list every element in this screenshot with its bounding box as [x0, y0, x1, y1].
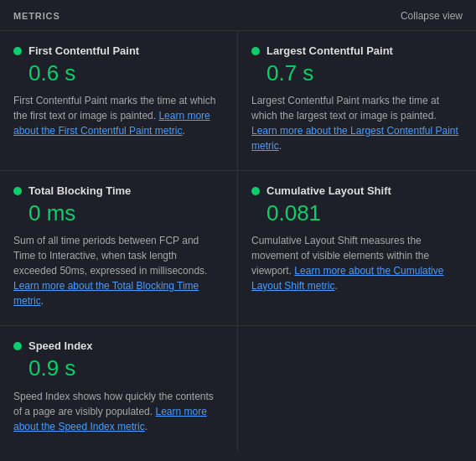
lcp-status-dot [251, 47, 260, 55]
cls-value: 0.081 [266, 200, 459, 226]
lcp-desc-text: Largest Contentful Paint marks the time … [251, 95, 439, 122]
collapse-button[interactable]: Collapse view [401, 10, 463, 22]
cls-name: Cumulative Layout Shift [266, 184, 391, 197]
metric-card-tbt: Total Blocking Time 0 ms Sum of all time… [0, 171, 238, 326]
metric-card-fcp: First Contentful Paint 0.6 s First Conte… [0, 31, 238, 171]
fcp-description: First Contentful Paint marks the time at… [13, 93, 220, 138]
bottom-section: Speed Index 0.9 s Speed Index shows how … [0, 326, 476, 450]
tbt-name: Total Blocking Time [28, 184, 131, 197]
si-value: 0.9 s [28, 355, 220, 381]
tbt-status-dot [13, 187, 22, 195]
si-status-dot [13, 342, 22, 350]
metrics-title: METRICS [13, 11, 60, 21]
metric-card-cls: Cumulative Layout Shift 0.081 Cumulative… [238, 171, 476, 326]
lcp-header: Largest Contentful Paint [251, 44, 459, 57]
metric-card-lcp: Largest Contentful Paint 0.7 s Largest C… [238, 31, 476, 171]
si-header: Speed Index [13, 339, 220, 352]
cls-header: Cumulative Layout Shift [251, 184, 459, 197]
lcp-link[interactable]: Learn more about the Largest Contentful … [251, 125, 458, 152]
metrics-grid: First Contentful Paint 0.6 s First Conte… [0, 31, 476, 326]
fcp-value: 0.6 s [28, 60, 220, 86]
tbt-desc-text: Sum of all time periods between FCP and … [13, 235, 207, 277]
lcp-name: Largest Contentful Paint [266, 44, 393, 57]
tbt-description: Sum of all time periods between FCP and … [13, 233, 220, 308]
empty-cell [238, 326, 476, 450]
si-name: Speed Index [28, 339, 93, 352]
metric-card-si: Speed Index 0.9 s Speed Index shows how … [0, 326, 238, 450]
fcp-status-dot [13, 47, 22, 55]
fcp-header: First Contentful Paint [13, 44, 220, 57]
si-description: Speed Index shows how quickly the conten… [13, 389, 220, 434]
lcp-value: 0.7 s [266, 60, 459, 86]
cls-status-dot [251, 187, 260, 195]
cls-description: Cumulative Layout Shift measures the mov… [251, 233, 459, 293]
header: METRICS Collapse view [0, 0, 476, 31]
tbt-value: 0 ms [28, 200, 220, 226]
lcp-description: Largest Contentful Paint marks the time … [251, 93, 459, 153]
fcp-name: First Contentful Paint [28, 44, 139, 57]
tbt-header: Total Blocking Time [13, 184, 220, 197]
